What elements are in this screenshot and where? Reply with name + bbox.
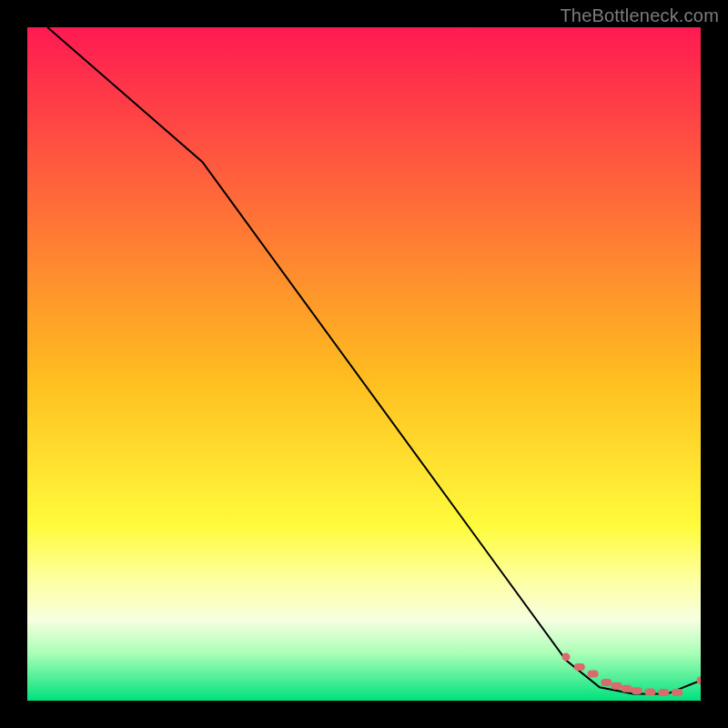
marker-dot — [562, 652, 571, 661]
marker-dash — [601, 679, 612, 686]
marker-dash — [588, 670, 599, 677]
marker-dash — [672, 689, 682, 696]
gradient-background — [27, 27, 701, 701]
chart-svg — [27, 27, 701, 701]
marker-dash — [622, 685, 632, 693]
marker-dash — [658, 689, 669, 696]
watermark-text: TheBottleneck.com — [560, 5, 719, 26]
chart-stage: TheBottleneck.com — [0, 0, 728, 728]
marker-dash — [612, 682, 622, 690]
marker-dash — [632, 687, 642, 694]
marker-dash — [574, 663, 585, 671]
plot-area — [27, 27, 701, 701]
marker-dash — [645, 688, 656, 695]
